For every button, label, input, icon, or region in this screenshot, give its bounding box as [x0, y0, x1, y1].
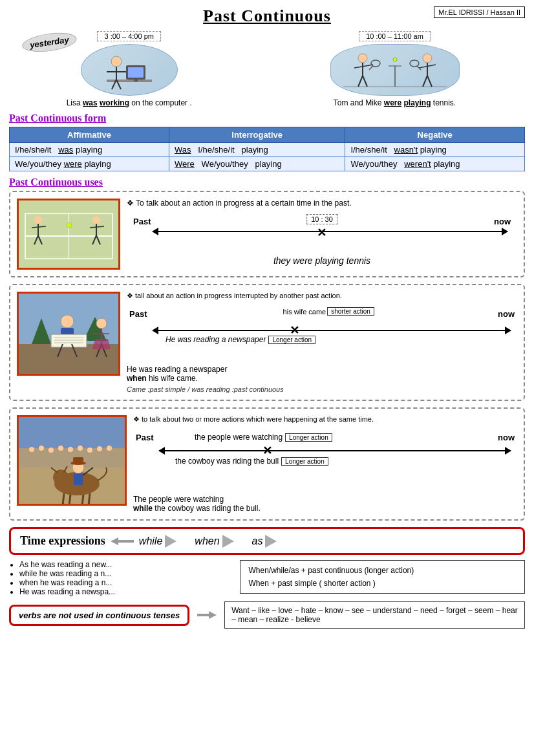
- svg-line-16: [363, 76, 367, 87]
- svg-line-15: [358, 76, 363, 87]
- col-affirmative: Affirmative: [10, 127, 169, 143]
- reading-svg: [19, 292, 118, 375]
- use2-image: [17, 292, 120, 376]
- use2-timeline: Past now his wife came shorter action: [127, 304, 517, 362]
- form-heading: Past Continuous form: [9, 113, 525, 124]
- use2-desc-line2: his wife came.: [149, 374, 198, 383]
- rules-bullet3: when he was reading a n...: [19, 578, 232, 587]
- svg-point-64: [39, 446, 44, 451]
- aff-row1: I/he/she/it was playing: [10, 143, 169, 157]
- use2-when-word: when: [127, 374, 147, 383]
- svg-marker-59: [92, 339, 111, 349]
- svg-point-46: [61, 315, 74, 328]
- svg-rect-83: [73, 457, 83, 464]
- svg-point-67: [68, 447, 73, 452]
- table-row: I/he/she/it was playing Was I/he/she/it …: [10, 143, 525, 157]
- use3-content: ❖ to talk about two or more actions whic…: [133, 415, 517, 513]
- svg-point-24: [410, 60, 419, 67]
- tom-mike-illustration: [337, 47, 453, 93]
- use1-inner: ❖ To talk about an action in progress at…: [17, 199, 517, 270]
- intro-cloud-right: [330, 44, 460, 96]
- use3-now-label: now: [498, 433, 515, 442]
- use3-timeline: Past now ✕ the people were watching Long: [133, 427, 517, 492]
- intro-section: yesterday 3 :00 – 4:00 pm: [9, 31, 525, 107]
- use3-action2-area: the cowboy was riding the bull Longer ac…: [175, 457, 328, 466]
- use3-x-mark: ✕: [262, 444, 272, 458]
- use3-desc-line1: The people were watching: [133, 495, 224, 504]
- tennis-use1-svg: [19, 200, 118, 268]
- use1-arrow-line: [153, 231, 507, 232]
- time-words-row: while when as: [139, 535, 277, 548]
- time-word-when: when: [195, 535, 233, 548]
- use3-desc-line2: the cowboy was riding the bull.: [155, 504, 260, 513]
- rule2: When + past simple ( shorter action ): [248, 579, 517, 588]
- use3-action1-area: the people were watching Longer action: [195, 433, 332, 442]
- use3-action1-label: the people were watching: [195, 433, 283, 442]
- stative-verbs-list: Want – like – love – hate – know – see –…: [224, 601, 525, 629]
- svg-marker-89: [197, 611, 217, 619]
- svg-point-54: [96, 318, 107, 329]
- neg-row2: We/you/they weren't playing: [345, 157, 525, 171]
- intro-sentence2: Tom and Mike were playing tennis.: [334, 98, 456, 107]
- time-word-while: while: [139, 535, 176, 548]
- use3-right-arrowhead: [505, 447, 511, 455]
- use3-inner: ❖ to talk about two or more actions whic…: [17, 415, 517, 513]
- teacher-badge: Mr.EL IDRISSI / Hassan II: [434, 6, 525, 18]
- intro-cloud-left: [81, 44, 178, 96]
- sentence-main-label: He was reading a newspaper: [166, 335, 266, 344]
- neg-row1: I/he/she/it wasn't playing: [345, 143, 525, 157]
- time1-label: 3 :00 – 4:00 pm: [97, 31, 160, 41]
- use3-box: ❖ to talk about two or more actions whic…: [9, 407, 525, 521]
- use1-caption: they were playing tennis: [127, 255, 517, 266]
- intro-sentence1: Lisa was working on the computer .: [67, 98, 192, 107]
- svg-rect-2: [128, 67, 144, 78]
- stative-box: verbs are not used in continuous tenses: [9, 605, 189, 626]
- svg-line-79: [89, 493, 90, 505]
- use3-longer1-box: Longer action: [285, 433, 332, 442]
- svg-point-71: [107, 446, 112, 451]
- svg-point-65: [48, 448, 54, 453]
- svg-rect-3: [134, 80, 138, 81]
- page: Mr.EL IDRISSI / Hassan II Past Continuou…: [0, 0, 534, 640]
- rule1: When/while/as + past continuous (longer …: [248, 566, 517, 575]
- svg-point-26: [393, 58, 397, 61]
- his-wife-came-label: his wife came: [283, 308, 326, 316]
- svg-point-73: [53, 470, 69, 485]
- svg-rect-0: [107, 80, 152, 82]
- svg-point-63: [29, 447, 34, 452]
- time-expressions-section: Time expressions while when as: [9, 527, 525, 555]
- stative-arrow-icon: [197, 610, 217, 620]
- svg-point-19: [423, 54, 432, 63]
- time-word-as: as: [252, 535, 277, 548]
- svg-line-78: [82, 495, 83, 505]
- use2-now-label: now: [498, 309, 515, 319]
- use1-content: ❖ To talk about an action in progress at…: [127, 199, 517, 266]
- use3-main-line: [159, 450, 511, 451]
- use1-note: ❖ To talk about an action in progress at…: [127, 199, 517, 208]
- double-arrow-icon: [111, 536, 134, 546]
- use3-action2-label: the cowboy was riding the bull: [175, 457, 279, 466]
- svg-point-17: [371, 60, 380, 67]
- time2-label: 10 :00 – 11:00 am: [359, 31, 431, 41]
- use3-past-label: Past: [136, 433, 153, 442]
- svg-line-22: [423, 76, 427, 87]
- rodeo-svg: [19, 416, 125, 505]
- table-row: We/you/they were playing Were We/you/the…: [10, 157, 525, 171]
- use1-now-label: now: [494, 217, 511, 226]
- use2-past-label: Past: [129, 309, 147, 319]
- use2-inner: ❖ tall about an action in progress inter…: [17, 292, 517, 393]
- time-expressions-title: Time expressions: [20, 534, 105, 548]
- use2-longer-area: He was reading a newspaper Longer action: [166, 335, 315, 344]
- svg-point-12: [358, 54, 367, 63]
- stative-section: verbs are not used in continuous tenses …: [9, 601, 525, 629]
- as-label: as: [252, 535, 263, 547]
- int-row1: Was I/he/she/it playing: [169, 143, 345, 157]
- shorter-action-box: shorter action: [327, 307, 374, 316]
- while-label: while: [139, 535, 162, 547]
- svg-line-76: [63, 493, 64, 505]
- use1-x-mark: ✕: [317, 226, 326, 240]
- intro-right: 10 :00 – 11:00 am: [267, 31, 522, 107]
- use1-box: ❖ To talk about an action in progress at…: [9, 191, 525, 277]
- rules-right: When/while/as + past continuous (longer …: [240, 560, 525, 594]
- svg-line-77: [69, 495, 70, 505]
